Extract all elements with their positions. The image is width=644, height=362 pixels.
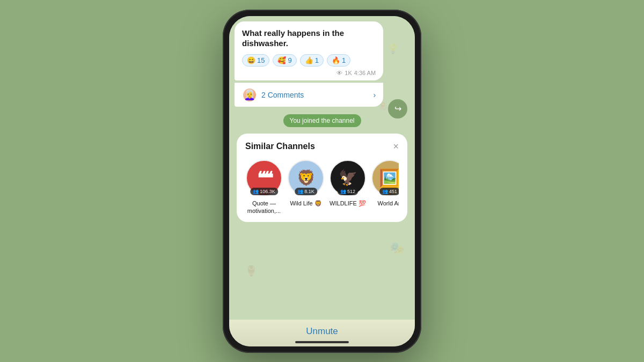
- member-count-art: 451: [389, 189, 397, 194]
- member-badge-art: 👥 451: [379, 188, 399, 195]
- member-badge-quotes: 👥 106.3K: [250, 188, 278, 195]
- heart-count: 9: [288, 56, 291, 64]
- comments-link[interactable]: 2 Comments: [261, 91, 369, 99]
- wildlife2-emoji: 🦅: [339, 169, 357, 187]
- fire-emoji: 🔥: [332, 56, 340, 64]
- join-text: You joined the channel: [290, 117, 355, 124]
- reaction-fire[interactable]: 🔥 1: [327, 54, 350, 67]
- view-icon: 👁: [336, 70, 342, 76]
- member-badge-wildlife1: 👥 8.1K: [295, 188, 317, 195]
- join-notification: You joined the channel: [283, 114, 361, 127]
- thumbs-emoji: 👍: [305, 56, 313, 64]
- channel-avatar-wrap-wildlife1: 🦁 👥 8.1K: [288, 160, 324, 196]
- laugh-emoji: 😄: [247, 56, 255, 64]
- reaction-heart[interactable]: 🥰 9: [273, 54, 296, 67]
- quote-symbol: ❝❝: [257, 168, 271, 188]
- reaction-thumbs[interactable]: 👍 1: [300, 54, 324, 67]
- channel-item-quotes[interactable]: ❝❝ 👥 106.3K Quote — motivation,...: [245, 160, 283, 215]
- channel-avatar-wrap-art: 🖼️ 👥 451: [371, 160, 399, 196]
- member-icon-art: 👥: [382, 189, 388, 194]
- commenter-avatar: 👩‍🦳: [242, 87, 257, 102]
- forward-icon: ↪: [394, 104, 401, 114]
- panel-title: Similar Channels: [245, 142, 315, 151]
- member-icon-quotes: 👥: [253, 189, 259, 194]
- home-indicator: [295, 341, 349, 343]
- comments-row[interactable]: 👩‍🦳 2 Comments ›: [235, 83, 383, 107]
- member-icon-wildlife1: 👥: [297, 189, 303, 194]
- member-count-wildlife2: 512: [347, 189, 355, 194]
- views-count: 1K: [345, 70, 352, 76]
- phone-frame: 🎨 💡 🔬 🎭 🏺 🪼 What really happens in the d…: [223, 10, 421, 353]
- unmute-button[interactable]: Unmute: [306, 326, 338, 337]
- member-count-quotes: 106.3K: [260, 189, 275, 194]
- message-bubble: What really happens in the dishwasher. 😄…: [235, 21, 383, 80]
- chat-area: 🎨 💡 🔬 🎭 🏺 🪼 What really happens in the d…: [229, 16, 415, 320]
- member-count-wildlife1: 8.1K: [304, 189, 314, 194]
- similar-channels-panel: Similar Channels × ❝❝ 👥 106.3K: [237, 134, 407, 223]
- channel-name-art: World Art: [377, 200, 399, 207]
- channel-name-wildlife1: Wild Life 🦁: [290, 200, 321, 207]
- deco-icon-4: 🎭: [390, 241, 404, 255]
- art-emoji: 🖼️: [379, 168, 399, 188]
- avatar-stack: 👩‍🦳: [242, 87, 257, 102]
- channels-list: ❝❝ 👥 106.3K Quote — motivation,...: [245, 160, 399, 215]
- phone-screen: 🎨 💡 🔬 🎭 🏺 🪼 What really happens in the d…: [229, 16, 415, 346]
- wildlife1-emoji: 🦁: [297, 169, 316, 187]
- channel-avatar-wrap-quotes: ❝❝ 👥 106.3K: [246, 160, 282, 196]
- close-button[interactable]: ×: [393, 141, 399, 152]
- reactions-row[interactable]: 😄 15 🥰 9 👍 1 🔥 1: [242, 54, 376, 67]
- channel-avatar-wrap-wildlife2: 🦅 👥 512: [330, 160, 366, 196]
- heart-emoji: 🥰: [277, 56, 286, 64]
- channel-name-wildlife2: WILDLIFE 💯: [330, 200, 366, 207]
- member-badge-wildlife2: 👥 512: [338, 188, 358, 195]
- bottom-bar: Unmute: [229, 320, 415, 346]
- channel-item-art[interactable]: 🖼️ 👥 451 World Art: [371, 160, 399, 215]
- chevron-right-icon: ›: [373, 91, 376, 99]
- reaction-laugh[interactable]: 😄 15: [242, 54, 269, 67]
- panel-header: Similar Channels ×: [245, 141, 399, 152]
- deco-icon-5: 🏺: [245, 265, 257, 277]
- laugh-count: 15: [257, 56, 265, 64]
- deco-icon-2: 💡: [387, 43, 399, 55]
- thumbs-count: 1: [315, 56, 319, 64]
- message-meta: 👁 1K 4:36 AM: [242, 70, 376, 76]
- channel-item-wildlife1[interactable]: 🦁 👥 8.1K Wild Life 🦁: [287, 160, 325, 215]
- channel-name-quotes: Quote — motivation,...: [245, 200, 283, 215]
- fire-count: 1: [342, 56, 346, 64]
- channel-item-wildlife2[interactable]: 🦅 👥 512 WILDLIFE 💯: [329, 160, 367, 215]
- member-icon-wildlife2: 👥: [340, 189, 346, 194]
- forward-button[interactable]: ↪: [388, 99, 407, 119]
- message-text: What really happens in the dishwasher.: [242, 28, 376, 49]
- message-time: 4:36 AM: [354, 70, 376, 76]
